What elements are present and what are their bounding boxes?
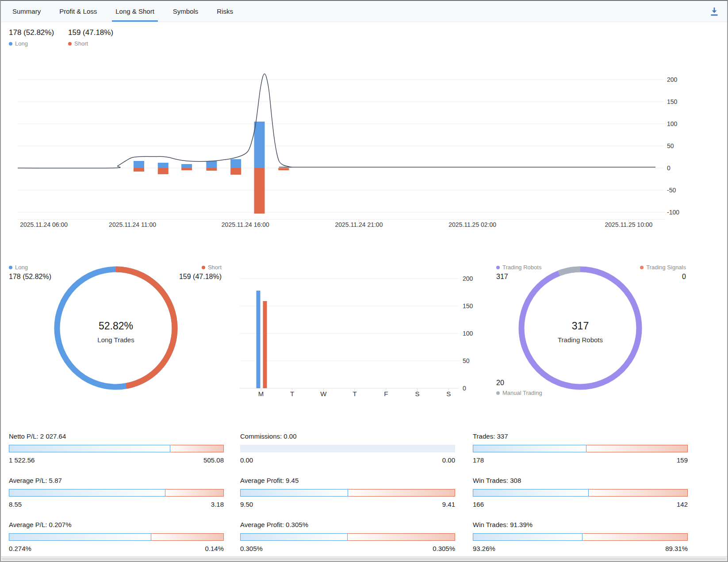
long-bar [257, 291, 261, 388]
long-bar [181, 164, 192, 168]
long-short-ratio-bar [473, 445, 688, 452]
ratio-bar-short-segment [165, 489, 224, 497]
long-bar [134, 161, 144, 168]
stat-label: Netto P/L: 2 027.64 [9, 432, 224, 440]
ratio-bar-long-segment [473, 445, 586, 452]
tab-long-short[interactable]: Long & Short [112, 1, 158, 22]
stat-row: Win Trades: 308166142 [473, 477, 688, 508]
donut-manual-arc [559, 269, 580, 273]
donut3-center-value: 317 [514, 320, 647, 332]
long-bar [254, 122, 265, 168]
long-legend-dot [9, 42, 12, 46]
svg-text:0: 0 [667, 164, 671, 172]
svg-text:100: 100 [667, 120, 678, 127]
stat-row: Average P/L: 5.878.553.18 [9, 477, 224, 508]
svg-text:2025.11.24 21:00: 2025.11.24 21:00 [335, 221, 383, 228]
stat-short-value: 159 [677, 456, 688, 464]
donut3-center: 317 Trading Robots [514, 320, 647, 344]
short-legend-label: Short [74, 40, 88, 47]
long-bar [158, 163, 169, 168]
short-bar [278, 168, 289, 170]
stat-label: Trades: 337 [473, 432, 688, 440]
stat-short-value: 3.18 [211, 501, 224, 508]
stat-long-value: 8.55 [9, 501, 22, 508]
stat-long-value: 1 522.56 [9, 456, 34, 464]
scrollbar-thumb[interactable] [2, 558, 726, 560]
ratio-bar-short-segment [582, 533, 688, 541]
svg-text:2025.11.24 11:00: 2025.11.24 11:00 [109, 221, 156, 228]
stat-short-value: 505.08 [203, 456, 224, 464]
long-count-value: 178 (52.82%) [9, 28, 54, 37]
svg-text:-100: -100 [667, 209, 679, 216]
ratio-bar-long-segment [240, 489, 348, 497]
ratio-bar-short-segment [589, 489, 688, 497]
stats-column: Commissions: 0.000.000.00Average Profit:… [240, 432, 455, 562]
ratio-bar-short-segment [586, 445, 688, 452]
long-short-ratio-bar [9, 445, 224, 452]
ratio-bar-short-segment [348, 489, 455, 497]
stat-label: Win Trades: 308 [473, 477, 688, 485]
tab-profit-loss[interactable]: Profit & Loss [56, 1, 100, 22]
download-button[interactable] [708, 5, 721, 18]
svg-text:F: F [384, 390, 388, 398]
stat-short-value: 0.00 [442, 456, 455, 464]
ratio-bar-long-segment [240, 533, 348, 541]
stat-long-value: 178 [473, 456, 484, 464]
long-bar [206, 161, 217, 168]
svg-text:S: S [446, 390, 451, 398]
short-bar [134, 168, 144, 172]
stat-label: Commissions: 0.00 [240, 432, 455, 440]
tab-symbols[interactable]: Symbols [169, 1, 202, 22]
stat-long-value: 93.26% [473, 545, 495, 552]
short-bar [158, 168, 169, 174]
short-legend-dot [68, 42, 72, 46]
long-short-ratio-bar [9, 533, 224, 541]
header-short-legend: 159 (47.18%) Short [68, 28, 113, 47]
tab-summary[interactable]: Summary [9, 1, 44, 22]
stat-long-value: 0.305% [240, 545, 263, 552]
profit-curve-line [18, 74, 655, 168]
tab-risks[interactable]: Risks [213, 1, 237, 22]
svg-text:W: W [320, 390, 327, 398]
stat-short-value: 89.31% [665, 545, 688, 552]
stat-label: Average Profit: 0.305% [240, 521, 455, 529]
long-bar [230, 159, 241, 168]
stat-short-value: 0.14% [205, 545, 224, 552]
stat-short-value: 0.305% [433, 545, 455, 552]
long-short-ratio-bar [473, 489, 688, 497]
ratio-bar-short-segment [348, 533, 455, 541]
trades-by-weekday-chart: 200150100500MTWTFSS [235, 249, 470, 401]
svg-text:2025.11.24 06:00: 2025.11.24 06:00 [20, 221, 68, 228]
short-bar [181, 168, 192, 170]
short-bar [230, 168, 241, 175]
download-icon [708, 5, 721, 18]
stat-long-value: 0.274% [9, 545, 31, 552]
donut3-center-label: Trading Robots [514, 336, 647, 344]
ratio-bar-long-segment [9, 533, 151, 541]
svg-text:200: 200 [667, 76, 678, 83]
short-bar [206, 168, 217, 171]
stat-label: Average P/L: 5.87 [9, 477, 224, 485]
stat-row: Average P/L: 0.207%0.274%0.14% [9, 521, 224, 552]
stat-row: Trades: 337178159 [473, 432, 688, 464]
stat-row: Netto P/L: 2 027.641 522.56505.08 [9, 432, 224, 464]
tab-bar: Summary Profit & Loss Long & Short Symbo… [1, 1, 727, 22]
stats-column: Trades: 337178159Win Trades: 308166142Wi… [473, 432, 688, 562]
stat-row: Commissions: 0.000.000.00 [240, 432, 455, 464]
donut1-center-label: Long Trades [50, 336, 182, 344]
horizontal-scrollbar[interactable] [1, 556, 727, 561]
ratio-bar-short-segment [151, 533, 224, 541]
stat-short-value: 9.41 [442, 501, 455, 508]
long-short-ratio-bar [240, 533, 455, 541]
long-short-ratio-bar [473, 533, 688, 541]
long-short-ratio-bar [240, 489, 455, 497]
svg-text:2025.11.25 10:00: 2025.11.25 10:00 [605, 221, 652, 228]
short-bar [263, 301, 267, 388]
stat-long-value: 9.50 [240, 501, 253, 508]
stats-column: Netto P/L: 2 027.641 522.56505.08Average… [9, 432, 224, 562]
donut1-center: 52.82% Long Trades [50, 320, 182, 344]
stat-row: Average Profit: 0.305%0.305%0.305% [240, 521, 455, 552]
ratio-bar-long-segment [473, 489, 589, 497]
svg-text:50: 50 [667, 142, 674, 149]
stat-long-value: 0.00 [240, 456, 253, 464]
